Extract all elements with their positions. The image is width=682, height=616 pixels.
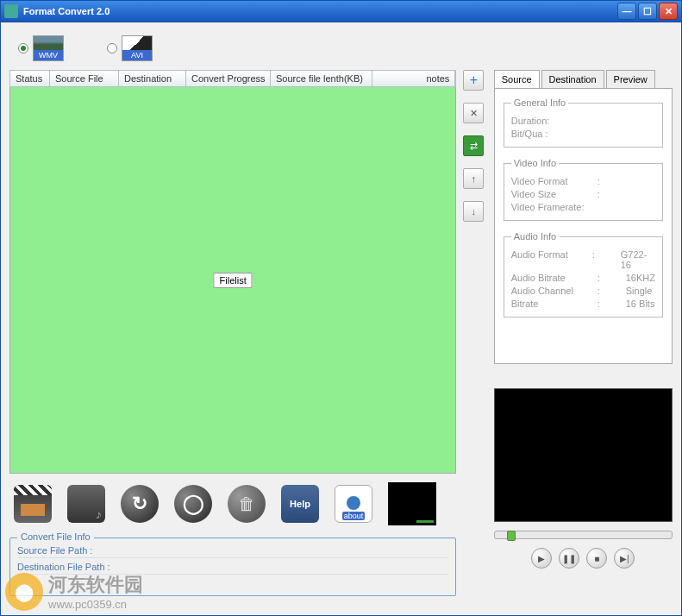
add-file-button[interactable]: + (463, 70, 484, 91)
about-button[interactable]: about (335, 485, 372, 523)
vframerate-label: Video Framerate: (511, 202, 598, 212)
tab-source[interactable]: Source (494, 70, 540, 88)
col-source[interactable]: Source File (50, 71, 119, 86)
avi-icon: AVI (122, 35, 153, 61)
format-selector: WMV AVI (9, 31, 673, 70)
general-info-group: General Info Duration: Bit/Qua : (504, 97, 663, 148)
tab-destination[interactable]: Destination (541, 70, 604, 88)
playlist-button[interactable] (67, 485, 105, 523)
radio-avi[interactable] (107, 43, 117, 53)
titlebar: Format Convert 2.0 — ☐ ✕ (0, 0, 682, 22)
move-up-button[interactable]: ↑ (463, 168, 484, 189)
col-status[interactable]: Status (10, 71, 50, 86)
info-pane: General Info Duration: Bit/Qua : Video I… (494, 88, 673, 364)
aformat-value: G722-16 (621, 249, 655, 270)
app-icon (4, 4, 18, 18)
window-title: Format Convert 2.0 (23, 6, 617, 16)
col-dest[interactable]: Destination (119, 71, 186, 86)
info-icon (347, 496, 360, 510)
format-wmv-option[interactable]: WMV (18, 35, 64, 61)
maximize-button[interactable]: ☐ (638, 3, 657, 20)
achannel-value: Single (626, 286, 653, 296)
side-toolbar: + ✕ ⇄ ↑ ↓ (463, 70, 486, 596)
reload-button[interactable]: ↻ (121, 485, 159, 523)
preview-thumb[interactable] (388, 482, 436, 525)
col-length[interactable]: Source file lenth(KB) (271, 71, 372, 86)
media-controls: ▶ ❚❚ ■ ▶| (494, 548, 673, 569)
source-path-label: Source File Path : (17, 545, 448, 558)
stop-button[interactable]: ■ (586, 548, 607, 569)
close-button[interactable]: ✕ (659, 3, 678, 20)
info-tabs: Source Destination Preview (494, 70, 673, 88)
play-button[interactable]: ▶ (531, 548, 552, 569)
abits-label: Bitrate (511, 299, 598, 309)
dest-path-label: Destination File Path : (17, 562, 448, 575)
tab-preview[interactable]: Preview (606, 70, 655, 88)
file-table-header: Status Source File Destination Convert P… (9, 70, 456, 87)
remove-file-button[interactable]: ✕ (463, 103, 484, 123)
audio-info-group: Audio Info Audio Format:G722-16 Audio Bi… (504, 231, 663, 317)
swap-button[interactable]: ⇄ (463, 135, 484, 156)
file-list-panel[interactable]: Filelist (9, 87, 456, 474)
pause-button[interactable]: ❚❚ (559, 548, 579, 569)
wmv-icon: WMV (33, 35, 64, 61)
vsize-label: Video Size (511, 189, 598, 199)
duration-label: Duration: (511, 116, 598, 126)
convert-info-panel: Convert File Info Source File Path : Des… (9, 537, 456, 596)
col-notes[interactable]: notes (372, 71, 455, 86)
record-button[interactable]: ◯ (174, 485, 212, 523)
next-button[interactable]: ▶| (614, 548, 635, 569)
help-button[interactable]: Help (281, 485, 319, 523)
filelist-tooltip: Filelist (214, 273, 253, 288)
video-source-button[interactable] (14, 485, 52, 523)
abitrate-label: Audio Bitrate (511, 273, 598, 283)
abitrate-value: 16KHZ (626, 273, 655, 283)
trash-button[interactable]: 🗑 (228, 485, 266, 523)
convert-info-legend: Convert File Info (17, 531, 94, 542)
bitqua-label: Bit/Qua : (511, 129, 598, 139)
col-progress[interactable]: Convert Progress (186, 71, 271, 86)
minimize-button[interactable]: — (617, 3, 636, 20)
aformat-label: Audio Format (511, 249, 592, 270)
seek-slider[interactable] (494, 531, 673, 539)
move-down-button[interactable]: ↓ (463, 201, 484, 222)
format-avi-option[interactable]: AVI (107, 35, 153, 61)
preview-panel (494, 388, 673, 522)
abits-value: 16 Bits (626, 299, 655, 309)
radio-wmv[interactable] (18, 43, 28, 53)
seek-thumb[interactable] (507, 531, 516, 541)
vformat-label: Video Format (511, 176, 598, 186)
video-info-group: Video Info Video Format: Video Size: Vid… (504, 158, 663, 221)
achannel-label: Audio Channel (511, 286, 598, 296)
bottom-toolbar: ↻ ◯ 🗑 Help about (9, 474, 456, 534)
